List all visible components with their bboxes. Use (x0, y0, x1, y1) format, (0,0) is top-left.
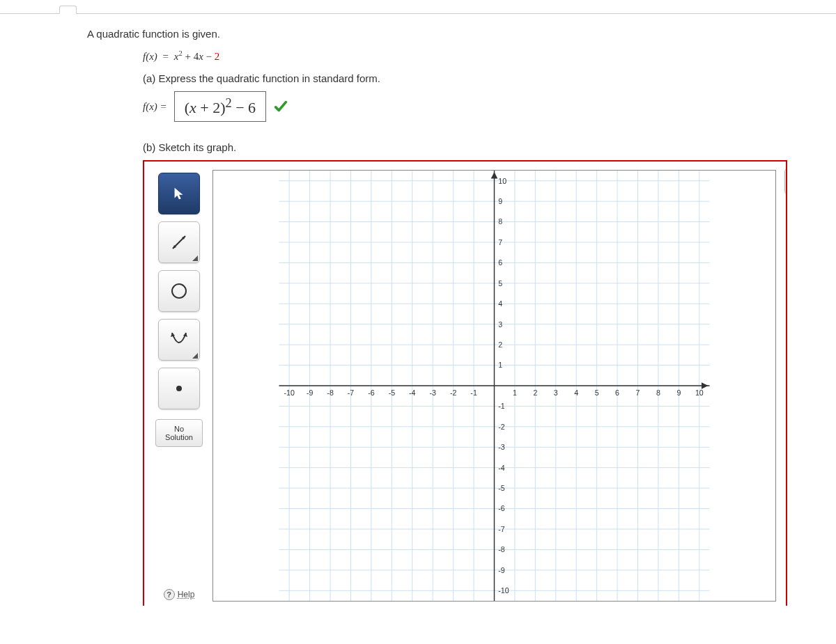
svg-point-6 (176, 386, 182, 391)
svg-point-3 (172, 284, 186, 298)
svg-text:3: 3 (498, 320, 502, 329)
question-body: A quadratic function is given. f(x) = x2… (0, 14, 836, 620)
svg-text:1: 1 (513, 388, 517, 397)
svg-text:-9: -9 (307, 388, 314, 397)
tab-strip (0, 0, 836, 14)
func-minus: − (203, 51, 215, 62)
point-tool[interactable] (158, 368, 200, 409)
equals: = (163, 51, 169, 62)
expand-button[interactable]: » (784, 168, 787, 194)
answer-row: f(x) = (x + 2)2 − 6 (143, 91, 759, 122)
expand-corner-icon (192, 256, 198, 261)
svg-text:-10: -10 (284, 388, 295, 397)
svg-text:3: 3 (554, 388, 558, 397)
svg-text:2: 2 (533, 388, 537, 397)
svg-text:-3: -3 (429, 388, 436, 397)
svg-text:-4: -4 (409, 388, 416, 397)
func-const: 2 (215, 51, 220, 62)
svg-text:1: 1 (498, 361, 502, 370)
help-link[interactable]: ? Help (164, 589, 195, 600)
function-display: f(x) = x2 + 4x − 2 (143, 49, 759, 63)
func-plus: + 4 (183, 51, 199, 62)
coordinate-grid: -10-9-8-7-6-5-4-3-2-11234567891010987654… (213, 171, 775, 601)
no-solution-button[interactable]: NoSolution (155, 419, 203, 447)
svg-text:-8: -8 (498, 546, 505, 554)
answer-input[interactable]: (x + 2)2 − 6 (174, 91, 266, 122)
svg-text:-5: -5 (498, 484, 505, 492)
svg-text:6: 6 (498, 259, 502, 267)
svg-text:9: 9 (498, 197, 502, 205)
graphing-panel: NoSolution ? Help -10-9-8-7-6-5-4-3-2-11… (143, 160, 787, 606)
func-xvar: x (199, 51, 203, 62)
svg-text:5: 5 (595, 388, 599, 397)
svg-text:8: 8 (498, 218, 502, 226)
parabola-tool[interactable] (158, 319, 200, 361)
part-b-label: (b) Sketch its graph. (143, 141, 759, 153)
svg-text:-7: -7 (498, 525, 505, 533)
svg-text:-2: -2 (498, 423, 505, 431)
graph-canvas[interactable]: -10-9-8-7-6-5-4-3-2-11234567891010987654… (212, 170, 776, 602)
svg-text:-6: -6 (368, 388, 375, 397)
svg-text:-8: -8 (327, 388, 334, 397)
part-a-label: (a) Express the quadratic function in st… (143, 72, 759, 84)
svg-text:-6: -6 (498, 505, 505, 513)
func-lhs: f(x) (143, 51, 157, 62)
ans-exp: 2 (226, 96, 232, 110)
answer-lhs: f(x) = (143, 101, 167, 113)
svg-text:6: 6 (615, 388, 619, 397)
svg-text:8: 8 (656, 388, 660, 397)
help-label: Help (178, 590, 195, 599)
intro-text: A quadratic function is given. (87, 28, 759, 40)
line-tool[interactable] (158, 221, 200, 263)
svg-text:-5: -5 (389, 388, 396, 397)
svg-marker-52 (491, 172, 498, 179)
svg-text:-10: -10 (498, 586, 509, 595)
ans-plus: + 2) (196, 99, 226, 116)
tab-stub[interactable] (59, 6, 77, 14)
svg-text:4: 4 (498, 299, 502, 308)
ans-tail: − 6 (232, 99, 256, 116)
pointer-tool[interactable] (158, 173, 200, 214)
svg-text:10: 10 (498, 177, 506, 185)
svg-text:-2: -2 (450, 388, 457, 397)
svg-text:4: 4 (574, 388, 578, 397)
svg-text:9: 9 (676, 388, 681, 397)
svg-text:-1: -1 (498, 402, 505, 411)
ans-x: x (189, 99, 196, 116)
ans-pre: ( (185, 99, 189, 116)
svg-text:5: 5 (498, 279, 502, 288)
correct-check-icon (273, 99, 288, 114)
nosol-text: NoSolution (165, 425, 193, 441)
svg-text:-1: -1 (470, 388, 477, 397)
svg-text:2: 2 (498, 340, 502, 349)
svg-text:-7: -7 (348, 388, 355, 397)
svg-text:10: 10 (695, 388, 704, 397)
graph-toolbar: NoSolution ? Help (154, 170, 204, 606)
svg-text:7: 7 (636, 388, 640, 397)
help-icon: ? (164, 589, 175, 600)
circle-tool[interactable] (158, 270, 200, 312)
svg-text:-4: -4 (498, 464, 505, 472)
svg-text:-9: -9 (498, 566, 505, 574)
svg-text:7: 7 (498, 238, 502, 246)
svg-text:-3: -3 (498, 443, 505, 451)
expand-corner-icon (192, 353, 198, 359)
